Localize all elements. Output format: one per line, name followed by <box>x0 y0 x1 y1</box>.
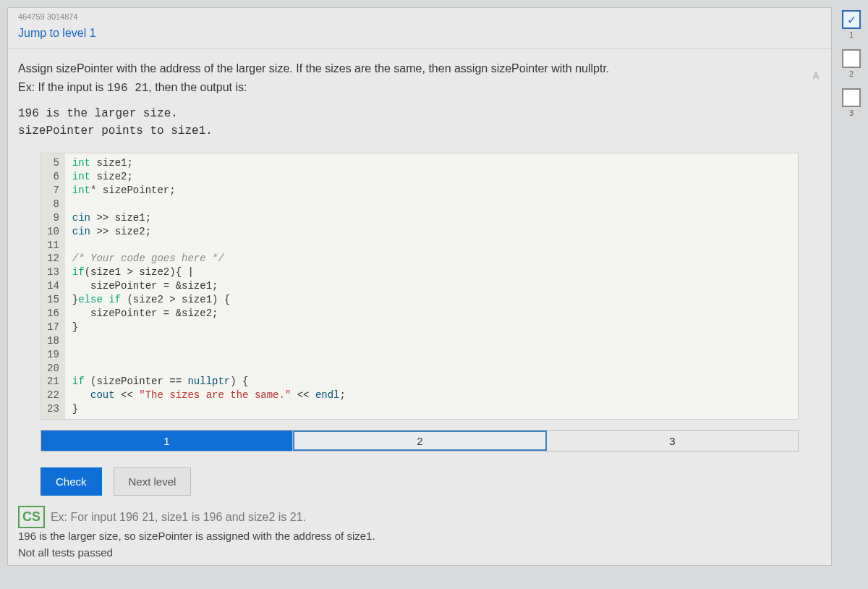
hint-block: CS Ex: For input 196 21, size1 is 196 an… <box>18 506 821 561</box>
badge-num-1: 1 <box>849 30 854 39</box>
prompt-line1: Assign sizePointer with the address of t… <box>18 59 821 78</box>
step-2[interactable]: 2 <box>293 431 547 451</box>
step-1[interactable]: 1 <box>41 431 293 451</box>
step-bar: 1 2 3 <box>41 430 799 452</box>
output-line1: 196 is the larger size. <box>18 105 821 122</box>
jump-link[interactable]: Jump to level 1 <box>8 22 831 49</box>
prompt: Assign sizePointer with the address of t… <box>8 49 831 102</box>
exercise-panel: 464759 3014874 Jump to level 1 Assign si… <box>7 7 832 566</box>
hint-notall: Not all tests passed <box>18 545 821 562</box>
expected-output: 196 is the larger size. sizePointer poin… <box>8 102 831 150</box>
empty-box-icon <box>842 88 861 107</box>
next-level-button[interactable]: Next level <box>114 467 192 496</box>
output-line2: sizePointer points to size1. <box>18 122 821 140</box>
code-editor[interactable]: 5 6 7 8 9 10 11 12 13 14 15 16 17 18 19 … <box>41 153 799 420</box>
step-3[interactable]: 3 <box>547 431 798 451</box>
check-icon: ✓ <box>842 10 861 29</box>
check-button[interactable]: Check <box>41 467 102 496</box>
side-progress: ✓ 1 2 3 <box>841 10 862 117</box>
progress-badge-1[interactable]: ✓ 1 <box>841 10 862 39</box>
empty-box-icon <box>842 49 861 68</box>
badge-num-2: 2 <box>849 69 854 78</box>
text-size-icon[interactable]: A <box>813 71 819 81</box>
hint-explain: 196 is the larger size, so sizePointer i… <box>18 528 821 545</box>
progress-badge-3[interactable]: 3 <box>841 88 862 117</box>
line-gutter: 5 6 7 8 9 10 11 12 13 14 15 16 17 18 19 … <box>41 153 65 419</box>
progress-badge-2[interactable]: 2 <box>841 49 862 78</box>
exercise-id: 464759 3014874 <box>8 8 831 22</box>
cs-badge: CS <box>18 506 45 528</box>
button-row: Check Next level <box>41 467 799 496</box>
code-area[interactable]: int size1;int size2;int* sizePointer; ci… <box>65 153 353 419</box>
prompt-ex-prefix: Ex: If the input is <box>18 81 107 93</box>
hint-title: Ex: For input 196 21, size1 is 196 and s… <box>51 511 306 523</box>
prompt-example: Ex: If the input is 196 21, then the out… <box>18 78 821 98</box>
prompt-ex-input: 196 21 <box>107 82 149 95</box>
badge-num-3: 3 <box>849 109 854 117</box>
prompt-ex-suffix: , then the output is: <box>148 81 247 93</box>
